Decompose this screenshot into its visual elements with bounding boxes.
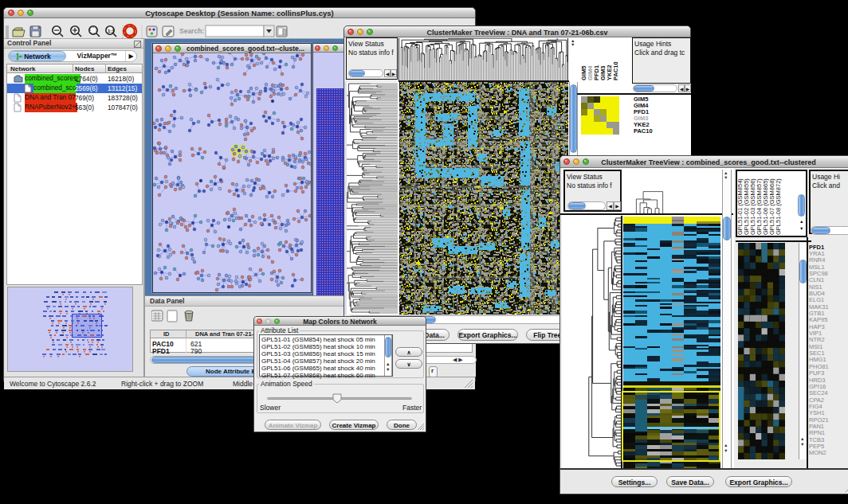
svg-text:1:1: 1:1 (108, 29, 115, 33)
svg-text:Search:: Search: (179, 27, 204, 35)
